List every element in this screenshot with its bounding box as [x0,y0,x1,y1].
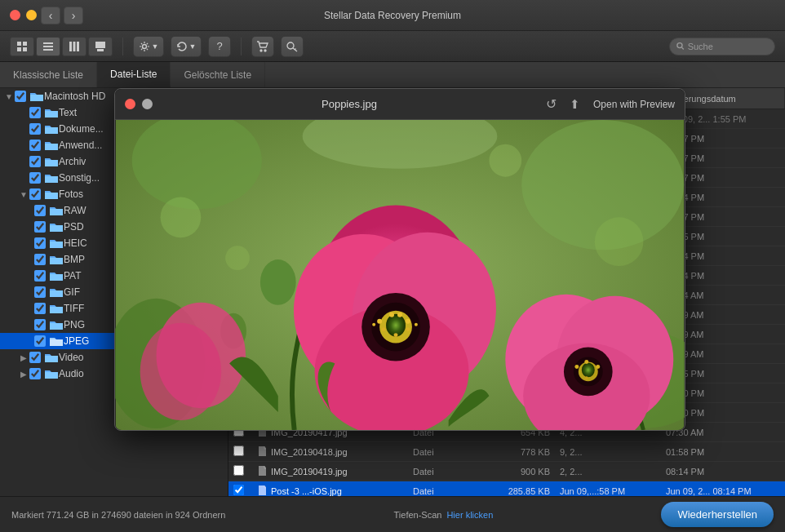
check-fotos[interactable] [29,188,41,200]
check-raw[interactable] [34,205,46,216]
search-box[interactable] [669,38,775,55]
check-psd[interactable] [34,221,46,233]
search-input[interactable] [688,42,768,51]
preview-close-button[interactable] [125,99,135,109]
svg-point-58 [585,376,588,379]
folder-icon-heic [49,237,64,249]
folder-icon-sonstig [44,172,59,184]
folder-icon-audio [44,368,59,379]
cart-button[interactable] [251,36,274,57]
svg-point-13 [260,50,262,51]
tab-datei[interactable]: Datei-Liste [97,62,171,87]
sidebar-label-tiff: TIFF [64,303,84,314]
file-icon [258,446,266,457]
svg-rect-3 [23,47,27,51]
check-pat[interactable] [34,270,46,282]
svg-point-44 [394,333,398,337]
file-modified: 01:58 PM [661,447,785,457]
table-row-selected-1[interactable]: Post -3 ...-iOS.jpg Datei 285.85 KB Jun … [228,481,785,496]
svg-point-63 [489,144,521,177]
row-checkbox[interactable] [233,485,244,495]
svg-point-14 [264,50,266,51]
app-title: Stellar Data Recovery Premium [324,10,461,21]
sidebar-label-sonstig: Sonstig... [59,172,100,184]
folder-icon-png [49,319,64,330]
help-button[interactable]: ? [208,36,231,57]
separator-1 [122,38,123,55]
svg-rect-6 [43,49,53,51]
history-button[interactable]: ▼ [171,36,202,57]
file-size: 285.85 KB [473,486,555,496]
check-archiv[interactable] [29,156,41,167]
sidebar-label-dokume: Dokume... [59,123,104,135]
preview-open-with-label[interactable]: Open with Preview [593,99,675,110]
check-gif[interactable] [34,286,46,298]
preview-actions: ↺ ⬆ Open with Preview [546,96,675,112]
check-anwend[interactable] [29,140,41,151]
check-tiff[interactable] [34,303,46,314]
check-text[interactable] [29,107,41,118]
view-grid-button[interactable] [10,37,34,56]
svg-rect-2 [17,47,21,51]
table-row[interactable]: IMG_20190418.jpg Datei 778 KB 9, 2... 01… [228,442,785,462]
svg-point-57 [584,360,588,364]
status-center: Tiefen-Scan Hier klicken [242,510,645,520]
sidebar-label-anwend: Anwend... [59,140,102,151]
check-root[interactable] [15,91,26,102]
table-row[interactable]: IMG_20190419.jpg Datei 900 KB 2, 2... 08… [228,462,785,481]
check-dokume[interactable] [29,123,41,135]
preview-title: Poppies.jpg [159,98,539,110]
folder-icon-psd [49,221,64,233]
check-sonstig[interactable] [29,172,41,184]
check-video[interactable] [29,352,41,363]
row-checkbox[interactable] [233,465,244,476]
back-button[interactable]: ‹ [41,7,60,24]
row-checkbox[interactable] [233,446,244,456]
preview-inactive-btn [142,99,153,109]
key-button[interactable] [281,36,304,57]
hier-klicken-link[interactable]: Hier klicken [446,510,493,520]
preview-rotate-icon[interactable]: ↺ [546,96,557,112]
close-button[interactable] [10,10,20,20]
svg-point-45 [372,323,375,326]
file-size: 778 KB [473,447,555,457]
check-heic[interactable] [34,237,46,249]
folder-icon-archiv [44,156,59,167]
titlebar: ‹ › Stellar Data Recovery Premium [0,0,785,31]
restore-button[interactable]: Wiederherstellen [661,502,774,527]
check-jpeg[interactable] [34,335,46,347]
check-png[interactable] [34,319,46,330]
arrow-fotos: ▼ [18,190,29,199]
svg-point-64 [225,246,250,270]
folder-icon-pat [49,270,64,282]
preview-share-icon[interactable]: ⬆ [570,97,580,112]
view-column-button[interactable] [62,37,86,56]
tab-classic[interactable]: Klassische Liste [0,62,97,87]
svg-rect-11 [97,49,104,51]
status-text: Markiert 771.24 GB in 274690 dateien in … [11,510,225,520]
sidebar-label-bmp: BMP [64,254,85,265]
sidebar-label-fotos: Fotos [59,188,83,200]
check-bmp[interactable] [34,254,46,265]
check-audio[interactable] [29,368,41,379]
search-icon [676,42,685,51]
minimize-button[interactable] [26,10,37,20]
tab-geloescht[interactable]: Gelöschte Liste [171,62,265,87]
sidebar-label-audio: Audio [59,368,84,379]
settings-button[interactable]: ▼ [133,36,164,57]
svg-point-41 [397,313,402,317]
svg-point-43 [406,327,410,331]
nav-buttons: ‹ › [41,7,83,24]
arrow-video: ▶ [18,353,29,362]
svg-rect-10 [95,42,105,48]
file-created: 9, 2... [555,447,661,457]
preview-window: Poppies.jpg ↺ ⬆ Open with Preview [114,88,685,431]
file-icon [258,485,266,496]
forward-button[interactable]: › [64,7,83,24]
folder-icon-tiff [49,303,64,314]
svg-point-56 [596,365,600,369]
view-list-button[interactable] [36,37,60,56]
sidebar-label-psd: PSD [64,221,84,233]
view-cover-button[interactable] [88,37,113,56]
svg-point-40 [389,313,394,317]
